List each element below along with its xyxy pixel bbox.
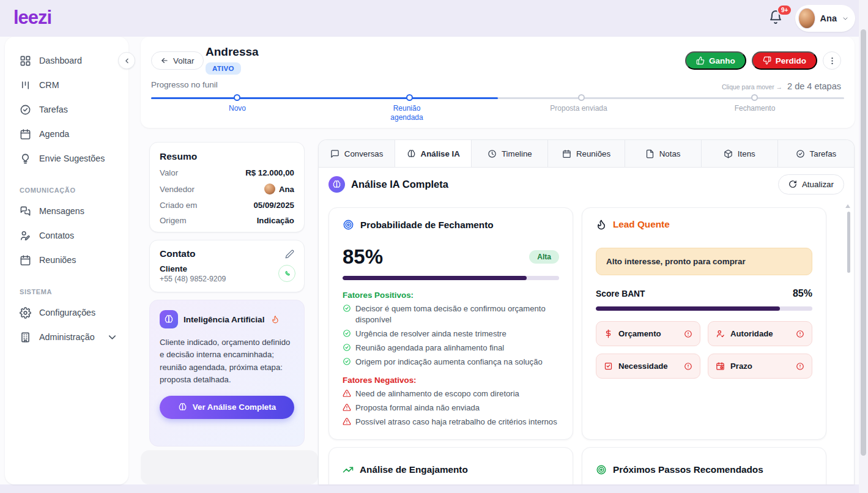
tab-bar: Conversas Análise IA Timeline Reuniões N… bbox=[319, 140, 854, 168]
inner-scrollbar-arrow[interactable] bbox=[845, 204, 850, 208]
view-full-analysis-button[interactable]: Ver Análise Completa bbox=[160, 396, 294, 419]
whatsapp-icon bbox=[283, 269, 292, 278]
sidebar-item-crm[interactable]: CRM bbox=[5, 73, 128, 97]
bant-orcamento[interactable]: Orçamento bbox=[596, 321, 700, 346]
summary-row-criado: Criado em 05/09/2025 bbox=[160, 201, 294, 210]
sidebar-item-administracao[interactable]: Administração bbox=[5, 325, 128, 349]
next-steps-title: Próximos Passos Recomendados bbox=[613, 464, 763, 475]
notification-badge: 9+ bbox=[777, 4, 792, 16]
sidebar-item-agenda[interactable]: Agenda bbox=[5, 122, 128, 146]
funnel-stage-proposta[interactable]: Proposta enviada bbox=[548, 104, 609, 113]
brand-logo[interactable]: leezi bbox=[13, 7, 51, 29]
lost-button[interactable]: Perdido bbox=[752, 51, 817, 70]
row-label: Valor bbox=[160, 168, 178, 177]
funnel-stage-counter: 2 de 4 etapas bbox=[787, 81, 841, 91]
won-button[interactable]: Ganho bbox=[685, 51, 746, 70]
bant-autoridade[interactable]: Autoridade bbox=[708, 321, 812, 346]
positive-item: Urgência de resolver ainda neste trimest… bbox=[343, 328, 559, 339]
tab-tarefas[interactable]: Tarefas bbox=[778, 140, 854, 167]
positive-item: Reunião agendada para alinhamento final bbox=[343, 343, 559, 354]
funnel-hint-text: Clique para mover → bbox=[722, 83, 782, 91]
refresh-label: Atualizar bbox=[802, 180, 834, 189]
negatives-title: Fatores Negativos: bbox=[343, 376, 559, 385]
page-title: Andressa bbox=[206, 45, 259, 59]
row-label: Criado em bbox=[160, 201, 197, 210]
tab-analise-ia[interactable]: Análise IA bbox=[395, 140, 472, 167]
summary-row-vendedor: Vendedor Ana bbox=[160, 183, 294, 195]
contact-card: Contato Cliente +55 (48) 9852-9209 bbox=[149, 240, 305, 292]
sidebar-item-label: Envie Sugestões bbox=[39, 154, 105, 163]
sidebar-item-configuracoes[interactable]: Configurações bbox=[5, 300, 128, 325]
funnel-stage-fechamento[interactable]: Fechamento bbox=[721, 104, 788, 113]
bant-label: Prazo bbox=[730, 361, 790, 371]
messages-icon bbox=[20, 206, 31, 217]
sidebar-item-sugestoes[interactable]: Envie Sugestões bbox=[5, 146, 128, 171]
funnel-track[interactable] bbox=[151, 97, 844, 99]
summary-card: Resumo Valor R$ 12.000,00 Vendedor Ana C… bbox=[149, 142, 305, 232]
engagement-title: Análise de Engajamento bbox=[360, 464, 468, 475]
whatsapp-button[interactable] bbox=[278, 265, 295, 282]
probability-level-badge: Alta bbox=[529, 250, 559, 264]
calendar-icon bbox=[20, 254, 31, 266]
tab-reunioes[interactable]: Reuniões bbox=[548, 140, 625, 167]
bant-label: Necessidade bbox=[618, 361, 678, 371]
row-value: Indicação bbox=[257, 216, 294, 225]
notifications-button[interactable]: 9+ bbox=[768, 10, 787, 28]
brain-icon bbox=[164, 314, 174, 324]
page-scrollbar-thumb[interactable] bbox=[861, 29, 866, 456]
sidebar-item-dashboard[interactable]: Dashboard bbox=[5, 48, 128, 73]
left-column-footer-panel bbox=[141, 450, 318, 484]
back-button[interactable]: Voltar bbox=[151, 51, 204, 70]
sidebar-collapse-button[interactable] bbox=[118, 52, 135, 69]
refresh-analysis-button[interactable]: Atualizar bbox=[778, 174, 844, 195]
negative-item: Proposta formal ainda não enviada bbox=[343, 402, 559, 413]
sidebar-item-label: Dashboard bbox=[39, 56, 82, 65]
summary-row-valor: Valor R$ 12.000,00 bbox=[160, 168, 294, 177]
message-square-icon bbox=[330, 149, 339, 158]
funnel-node-proposta[interactable] bbox=[578, 94, 585, 101]
bant-label: Orçamento bbox=[618, 329, 678, 338]
funnel-hint: Clique para mover → 2 de 4 etapas bbox=[722, 81, 841, 91]
row-label: Vendedor bbox=[160, 185, 195, 194]
sidebar-item-contatos[interactable]: Contatos bbox=[5, 223, 128, 248]
ai-card-title: Inteligência Artificial bbox=[184, 315, 264, 324]
funnel-stage-reuniao[interactable]: Reunião agendada bbox=[376, 104, 437, 122]
tab-notas[interactable]: Notas bbox=[625, 140, 702, 167]
won-button-label: Ganho bbox=[709, 56, 735, 65]
tab-timeline[interactable]: Timeline bbox=[472, 140, 548, 167]
bant-necessidade[interactable]: Necessidade bbox=[596, 354, 700, 379]
sidebar-item-mensagens[interactable]: Mensagens bbox=[5, 199, 128, 223]
funnel-stage-novo[interactable]: Novo bbox=[204, 104, 271, 113]
calendar-icon bbox=[20, 128, 31, 140]
summary-row-origem: Origem Indicação bbox=[160, 216, 294, 225]
edit-pencil-icon[interactable] bbox=[285, 250, 294, 259]
dollar-icon bbox=[604, 329, 613, 338]
cta-label: Ver Análise Completa bbox=[193, 402, 276, 412]
row-value: 05/09/2025 bbox=[253, 201, 294, 210]
summary-title: Resumo bbox=[160, 151, 294, 162]
brain-icon bbox=[178, 402, 187, 412]
positive-item: Decisor é quem toma decisão e confirmou … bbox=[343, 303, 559, 325]
thumbs-up-icon bbox=[696, 56, 705, 65]
inner-scrollbar-thumb[interactable] bbox=[847, 212, 850, 273]
back-button-label: Voltar bbox=[173, 56, 195, 65]
funnel-node-fechamento[interactable] bbox=[751, 94, 758, 101]
tab-label: Conversas bbox=[344, 149, 384, 158]
lead-header-card: Voltar Andressa ATIVO Ganho Perdido Prog… bbox=[141, 37, 855, 128]
positives-title: Fatores Positivos: bbox=[343, 291, 559, 300]
user-menu[interactable]: Ana bbox=[795, 5, 855, 32]
contact-phone: +55 (48) 9852-9209 bbox=[160, 275, 294, 283]
tab-conversas[interactable]: Conversas bbox=[319, 140, 395, 167]
row-value: R$ 12.000,00 bbox=[245, 168, 294, 177]
more-actions-button[interactable] bbox=[823, 51, 841, 70]
funnel-node-novo[interactable] bbox=[234, 94, 240, 101]
tab-itens[interactable]: Itens bbox=[702, 140, 778, 167]
funnel-node-reuniao[interactable] bbox=[406, 94, 413, 101]
calendar-icon bbox=[562, 149, 571, 158]
sidebar-item-reunioes[interactable]: Reuniões bbox=[5, 248, 128, 272]
building-icon bbox=[20, 332, 31, 343]
bant-prazo[interactable]: Prazo bbox=[708, 354, 812, 379]
user-pen-icon bbox=[20, 230, 31, 242]
sidebar-item-tarefas[interactable]: Tarefas bbox=[5, 97, 128, 122]
user-check-icon bbox=[716, 329, 725, 338]
